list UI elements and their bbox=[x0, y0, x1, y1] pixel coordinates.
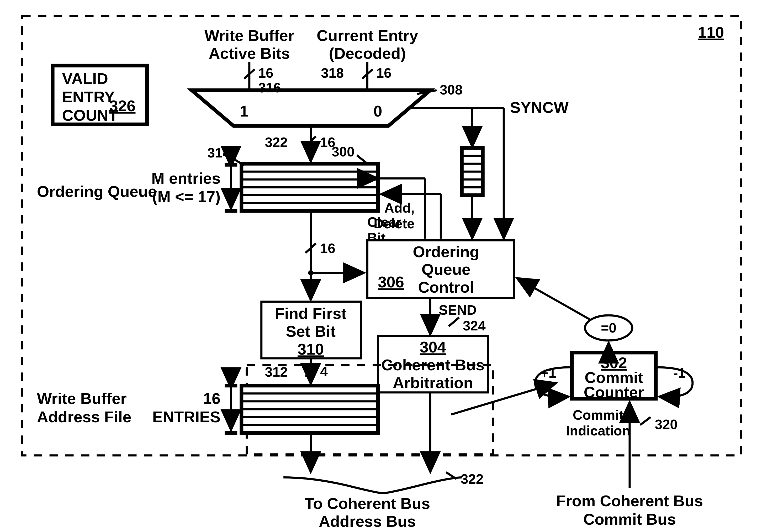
ref-326: 326 bbox=[109, 97, 135, 115]
svg-text:Active Bits: Active Bits bbox=[209, 44, 290, 62]
commit-counter: 302 Commit Counter +1 -1 =0 bbox=[535, 315, 693, 401]
ordering-queue-label: Ordering Queue bbox=[37, 183, 157, 200]
svg-text:ENTRIES: ENTRIES bbox=[152, 408, 220, 426]
send-label: SEND bbox=[439, 302, 477, 318]
syncw-label: SYNCW bbox=[510, 99, 569, 116]
ref-324: 324 bbox=[463, 318, 486, 333]
svg-text:1: 1 bbox=[240, 102, 249, 120]
syncw-fifo bbox=[462, 148, 483, 239]
find-first-set-bit: Find First Set Bit 310 bbox=[261, 302, 361, 358]
svg-text:Commit Bus: Commit Bus bbox=[583, 510, 676, 528]
ref-316: 316 bbox=[258, 80, 281, 95]
svg-text:Current Entry: Current Entry bbox=[317, 27, 418, 44]
ordering-queue-control: 306 Ordering Queue Control bbox=[367, 240, 514, 298]
m-entries-dim: M entries (M <= 17) bbox=[151, 165, 237, 211]
svg-text:Find First: Find First bbox=[275, 305, 346, 322]
ref-306: 306 bbox=[378, 273, 404, 291]
ref-320: 320 bbox=[655, 417, 677, 432]
svg-text:Indication: Indication bbox=[566, 423, 630, 438]
wb-entries-dim: 16 ENTRIES bbox=[152, 386, 237, 433]
diagram-root: 110 VALID ENTRY COUNT 326 Write Buffer A… bbox=[0, 0, 762, 532]
svg-text:Add,: Add, bbox=[384, 200, 414, 215]
svg-text:VALID: VALID bbox=[62, 70, 108, 87]
svg-text:Commit: Commit bbox=[573, 407, 624, 422]
svg-text:Control: Control bbox=[418, 278, 474, 296]
svg-text:Set Bit: Set Bit bbox=[286, 323, 336, 340]
svg-text:16: 16 bbox=[203, 390, 221, 407]
svg-text:16: 16 bbox=[258, 65, 273, 81]
ref-322-bottom: 322 bbox=[461, 471, 484, 487]
valid-entry-count-box: VALID ENTRY COUNT 326 bbox=[53, 66, 147, 124]
svg-text:Ordering: Ordering bbox=[413, 243, 479, 261]
svg-text:Write Buffer: Write Buffer bbox=[37, 390, 127, 407]
svg-line-68 bbox=[449, 317, 459, 326]
svg-text:-1: -1 bbox=[673, 365, 685, 381]
ref-308: 308 bbox=[440, 82, 463, 97]
ref-310: 310 bbox=[298, 341, 324, 358]
svg-text:Arbitration: Arbitration bbox=[393, 374, 473, 392]
svg-line-55 bbox=[517, 278, 596, 323]
ref-312: 312 bbox=[265, 364, 288, 380]
svg-text:To Coherent Bus: To Coherent Bus bbox=[305, 495, 430, 512]
svg-text:=0: =0 bbox=[601, 320, 616, 336]
ref-314: 314 bbox=[207, 145, 230, 160]
svg-text:M entries: M entries bbox=[151, 170, 220, 187]
svg-text:0: 0 bbox=[373, 102, 382, 120]
svg-text:Address Bus: Address Bus bbox=[319, 512, 416, 530]
write-buffer-address-file bbox=[241, 386, 378, 433]
svg-text:16: 16 bbox=[376, 65, 392, 81]
svg-text:Address File: Address File bbox=[37, 408, 131, 426]
svg-line-102 bbox=[640, 417, 651, 425]
figure-ref: 110 bbox=[698, 24, 724, 41]
svg-text:(Decoded): (Decoded) bbox=[329, 44, 406, 62]
svg-point-60 bbox=[308, 270, 313, 275]
svg-text:Counter: Counter bbox=[584, 383, 644, 401]
ordering-queue-block: 314 300 bbox=[207, 144, 378, 211]
svg-text:Write Buffer: Write Buffer bbox=[204, 27, 294, 44]
svg-text:From Coherent Bus: From Coherent Bus bbox=[556, 492, 703, 510]
ref-318: 318 bbox=[321, 65, 344, 81]
svg-text:(M <= 17): (M <= 17) bbox=[152, 188, 220, 205]
svg-text:Delete: Delete bbox=[374, 216, 415, 231]
ref-300: 300 bbox=[332, 144, 354, 159]
ref-304: 304 bbox=[420, 338, 446, 356]
svg-text:ENTRY: ENTRY bbox=[62, 88, 115, 106]
svg-text:Queue: Queue bbox=[422, 261, 471, 278]
svg-text:16: 16 bbox=[320, 241, 335, 256]
svg-text:+1: +1 bbox=[541, 365, 556, 381]
ref-322-mux: 322 bbox=[265, 135, 288, 150]
